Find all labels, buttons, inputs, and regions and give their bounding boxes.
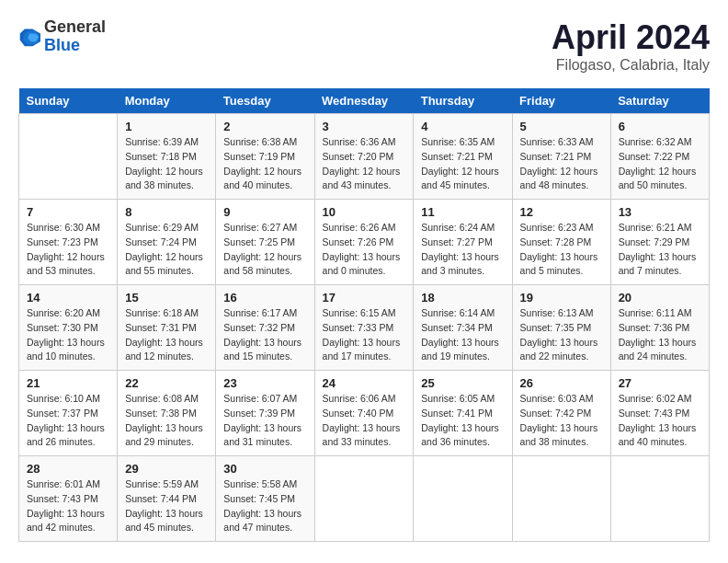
day-number: 19 <box>520 291 603 304</box>
day-number: 27 <box>619 376 701 390</box>
calendar-cell <box>610 456 709 542</box>
day-info: Sunrise: 6:06 AMSunset: 7:40 PMDaylight:… <box>323 392 406 450</box>
calendar-cell: 16 Sunrise: 6:17 AMSunset: 7:32 PMDaylig… <box>216 285 314 371</box>
day-number: 9 <box>223 205 306 219</box>
calendar-week-row: 14 Sunrise: 6:20 AMSunset: 7:30 PMDaylig… <box>19 285 710 371</box>
day-number: 11 <box>421 205 504 219</box>
weekday-header: Sunday <box>19 88 118 114</box>
day-number: 18 <box>421 291 504 304</box>
day-info: Sunrise: 6:26 AMSunset: 7:26 PMDaylight:… <box>323 221 406 279</box>
day-info: Sunrise: 6:14 AMSunset: 7:34 PMDaylight:… <box>421 306 504 364</box>
logo: General Blue <box>18 18 106 55</box>
day-info: Sunrise: 6:17 AMSunset: 7:32 PMDaylight:… <box>223 306 306 364</box>
day-info: Sunrise: 6:36 AMSunset: 7:20 PMDaylight:… <box>323 135 406 193</box>
calendar-cell: 29 Sunrise: 5:59 AMSunset: 7:44 PMDaylig… <box>118 456 216 542</box>
day-number: 25 <box>421 376 504 390</box>
day-info: Sunrise: 6:15 AMSunset: 7:33 PMDaylight:… <box>323 306 406 364</box>
day-info: Sunrise: 6:08 AMSunset: 7:38 PMDaylight:… <box>125 392 208 450</box>
calendar-cell: 3 Sunrise: 6:36 AMSunset: 7:20 PMDayligh… <box>314 114 414 200</box>
calendar-week-row: 28 Sunrise: 6:01 AMSunset: 7:43 PMDaylig… <box>19 456 710 542</box>
day-number: 16 <box>223 291 306 304</box>
day-info: Sunrise: 6:39 AMSunset: 7:18 PMDaylight:… <box>125 135 208 193</box>
day-info: Sunrise: 5:58 AMSunset: 7:45 PMDaylight:… <box>223 477 306 535</box>
calendar-cell: 2 Sunrise: 6:38 AMSunset: 7:19 PMDayligh… <box>216 114 314 200</box>
logo-icon <box>18 26 40 48</box>
day-number: 30 <box>223 462 306 476</box>
weekday-header: Thursday <box>414 88 512 114</box>
day-number: 5 <box>520 120 603 133</box>
day-info: Sunrise: 6:21 AMSunset: 7:29 PMDaylight:… <box>619 221 701 279</box>
day-number: 3 <box>323 120 406 133</box>
calendar-cell: 28 Sunrise: 6:01 AMSunset: 7:43 PMDaylig… <box>19 456 118 542</box>
day-info: Sunrise: 6:38 AMSunset: 7:19 PMDaylight:… <box>223 135 306 193</box>
day-info: Sunrise: 6:24 AMSunset: 7:27 PMDaylight:… <box>421 221 504 279</box>
day-info: Sunrise: 6:18 AMSunset: 7:31 PMDaylight:… <box>125 306 208 364</box>
calendar-subtitle: Filogaso, Calabria, Italy <box>552 57 710 74</box>
calendar-cell: 22 Sunrise: 6:08 AMSunset: 7:38 PMDaylig… <box>118 371 216 456</box>
weekday-header: Friday <box>512 88 610 114</box>
day-number: 24 <box>323 376 406 390</box>
day-number: 28 <box>27 462 109 476</box>
calendar-cell: 21 Sunrise: 6:10 AMSunset: 7:37 PMDaylig… <box>19 371 118 456</box>
calendar-cell: 13 Sunrise: 6:21 AMSunset: 7:29 PMDaylig… <box>610 200 709 285</box>
calendar-cell: 8 Sunrise: 6:29 AMSunset: 7:24 PMDayligh… <box>118 200 216 285</box>
weekday-header: Wednesday <box>314 88 414 114</box>
calendar-title: April 2024 <box>552 18 710 57</box>
calendar-cell: 15 Sunrise: 6:18 AMSunset: 7:31 PMDaylig… <box>118 285 216 371</box>
title-block: April 2024 Filogaso, Calabria, Italy <box>552 18 710 74</box>
calendar-cell: 17 Sunrise: 6:15 AMSunset: 7:33 PMDaylig… <box>314 285 414 371</box>
calendar-cell: 14 Sunrise: 6:20 AMSunset: 7:30 PMDaylig… <box>19 285 118 371</box>
day-info: Sunrise: 6:07 AMSunset: 7:39 PMDaylight:… <box>223 392 306 450</box>
day-number: 10 <box>323 205 406 219</box>
calendar-cell: 11 Sunrise: 6:24 AMSunset: 7:27 PMDaylig… <box>414 200 512 285</box>
day-info: Sunrise: 6:01 AMSunset: 7:43 PMDaylight:… <box>27 477 109 535</box>
calendar-cell <box>19 114 118 200</box>
day-info: Sunrise: 6:03 AMSunset: 7:42 PMDaylight:… <box>520 392 603 450</box>
day-number: 1 <box>125 120 208 133</box>
calendar-week-row: 21 Sunrise: 6:10 AMSunset: 7:37 PMDaylig… <box>19 371 710 456</box>
day-number: 20 <box>619 291 701 304</box>
calendar-table: SundayMondayTuesdayWednesdayThursdayFrid… <box>18 88 710 542</box>
calendar-cell: 7 Sunrise: 6:30 AMSunset: 7:23 PMDayligh… <box>19 200 118 285</box>
day-info: Sunrise: 6:30 AMSunset: 7:23 PMDaylight:… <box>27 221 109 279</box>
day-number: 22 <box>125 376 208 390</box>
day-number: 6 <box>619 120 701 133</box>
calendar-cell: 27 Sunrise: 6:02 AMSunset: 7:43 PMDaylig… <box>610 371 709 456</box>
day-number: 2 <box>223 120 306 133</box>
calendar-cell: 4 Sunrise: 6:35 AMSunset: 7:21 PMDayligh… <box>414 114 512 200</box>
day-info: Sunrise: 6:23 AMSunset: 7:28 PMDaylight:… <box>520 221 603 279</box>
calendar-week-row: 1 Sunrise: 6:39 AMSunset: 7:18 PMDayligh… <box>19 114 710 200</box>
day-number: 7 <box>27 205 109 219</box>
day-info: Sunrise: 5:59 AMSunset: 7:44 PMDaylight:… <box>125 477 208 535</box>
calendar-cell: 12 Sunrise: 6:23 AMSunset: 7:28 PMDaylig… <box>512 200 610 285</box>
calendar-cell: 26 Sunrise: 6:03 AMSunset: 7:42 PMDaylig… <box>512 371 610 456</box>
calendar-cell: 10 Sunrise: 6:26 AMSunset: 7:26 PMDaylig… <box>314 200 414 285</box>
day-number: 23 <box>223 376 306 390</box>
day-number: 26 <box>520 376 603 390</box>
calendar-cell <box>512 456 610 542</box>
day-number: 17 <box>323 291 406 304</box>
calendar-week-row: 7 Sunrise: 6:30 AMSunset: 7:23 PMDayligh… <box>19 200 710 285</box>
day-info: Sunrise: 6:33 AMSunset: 7:21 PMDaylight:… <box>520 135 603 193</box>
day-number: 14 <box>27 291 109 304</box>
page-header: General Blue April 2024 Filogaso, Calabr… <box>18 18 710 74</box>
calendar-cell: 23 Sunrise: 6:07 AMSunset: 7:39 PMDaylig… <box>216 371 314 456</box>
calendar-cell: 6 Sunrise: 6:32 AMSunset: 7:22 PMDayligh… <box>610 114 709 200</box>
day-number: 29 <box>125 462 208 476</box>
calendar-cell: 19 Sunrise: 6:13 AMSunset: 7:35 PMDaylig… <box>512 285 610 371</box>
day-info: Sunrise: 6:20 AMSunset: 7:30 PMDaylight:… <box>27 306 109 364</box>
day-info: Sunrise: 6:32 AMSunset: 7:22 PMDaylight:… <box>619 135 701 193</box>
day-info: Sunrise: 6:10 AMSunset: 7:37 PMDaylight:… <box>27 392 109 450</box>
weekday-header: Tuesday <box>216 88 314 114</box>
calendar-cell: 18 Sunrise: 6:14 AMSunset: 7:34 PMDaylig… <box>414 285 512 371</box>
calendar-cell: 5 Sunrise: 6:33 AMSunset: 7:21 PMDayligh… <box>512 114 610 200</box>
day-info: Sunrise: 6:29 AMSunset: 7:24 PMDaylight:… <box>125 221 208 279</box>
calendar-cell: 9 Sunrise: 6:27 AMSunset: 7:25 PMDayligh… <box>216 200 314 285</box>
calendar-cell: 1 Sunrise: 6:39 AMSunset: 7:18 PMDayligh… <box>118 114 216 200</box>
day-number: 4 <box>421 120 504 133</box>
calendar-cell <box>314 456 414 542</box>
day-info: Sunrise: 6:13 AMSunset: 7:35 PMDaylight:… <box>520 306 603 364</box>
day-number: 21 <box>27 376 109 390</box>
day-info: Sunrise: 6:11 AMSunset: 7:36 PMDaylight:… <box>619 306 701 364</box>
day-number: 15 <box>125 291 208 304</box>
